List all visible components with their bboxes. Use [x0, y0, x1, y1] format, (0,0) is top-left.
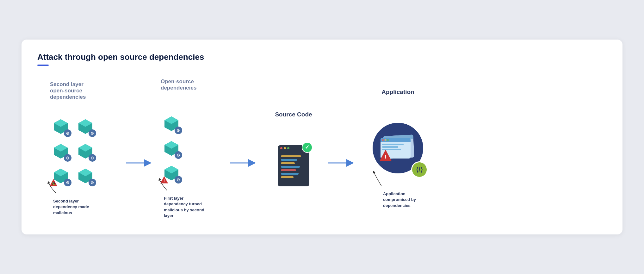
gear-icon-3: ⚙ [64, 154, 71, 162]
code-line-5 [281, 169, 296, 171]
arrow-icon-1 [126, 159, 154, 167]
code-lines [281, 155, 306, 178]
gear-icon-1: ⚙ [64, 129, 71, 137]
arrow-2 [227, 159, 262, 167]
open-source-grid: ⚙ ⚙ ! ⚙ [161, 113, 183, 185]
col-second-layer: Second layer open-source dependencies ⚙ … [40, 81, 123, 216]
cube-pkg-1: ⚙ [50, 115, 71, 137]
window-dots [280, 147, 289, 149]
cube-pkg-2: ⚙ [75, 115, 96, 137]
source-code-visual: ✓ [278, 145, 309, 186]
app-compromised-caption: Application compromised by dependencies [383, 191, 416, 209]
gear-icon-2: ⚙ [89, 129, 96, 137]
code-line-4 [281, 166, 300, 168]
app-bug-icon: ! [379, 149, 392, 162]
cube-os-1: ⚙ [161, 113, 182, 134]
annotation-arrow-app [370, 169, 389, 188]
gear-icon-6: ⚙ [89, 179, 96, 186]
first-layer-caption: First layer dependency turned malicious … [164, 196, 204, 219]
cube-os-2: ⚙ [161, 137, 182, 159]
col-open-source: Open-source dependencies ⚙ ⚙ [158, 78, 227, 219]
check-badge: ✓ [302, 142, 313, 153]
main-card: Attack through open source dependencies … [22, 40, 622, 234]
second-layer-caption-block: Second layer dependency made malicious [50, 193, 89, 216]
code-line-2 [281, 159, 297, 161]
svg-text:!: ! [385, 155, 386, 160]
dot-yellow [284, 147, 286, 149]
code-line-6 [281, 173, 299, 175]
gear-icon-os-2: ⚙ [175, 151, 182, 159]
first-layer-caption-block: First layer dependency turned malicious … [161, 190, 204, 219]
col-source-code: Source Code [262, 111, 325, 186]
cube-pkg-4: ⚙ [75, 140, 96, 162]
col-label-application: Application [381, 89, 414, 114]
gear-icon-os-3: ⚙ [175, 176, 182, 184]
app-caption-block: Application compromised by dependencies [380, 186, 416, 209]
dot-red [280, 147, 282, 149]
code-line-1 [281, 155, 301, 157]
app-gear-badge: ⟨/⟩ [411, 161, 428, 178]
second-layer-grid: ⚙ ⚙ ⚙ ⚙ [50, 115, 97, 188]
col-label-second-layer: Second layer open-source dependencies [50, 81, 86, 107]
title-underline [37, 65, 49, 66]
app-visual: ! ⟨/⟩ [373, 123, 423, 173]
annotation-arrow-second [47, 181, 63, 196]
arrow-icon-2 [230, 159, 259, 167]
cube-pkg-5: ⚙ [75, 165, 96, 186]
col-application: Application [360, 89, 436, 209]
arrow-3 [325, 159, 360, 167]
col-label-source-code: Source Code [275, 111, 312, 136]
diagram: Second layer open-source dependencies ⚙ … [37, 78, 607, 219]
app-browser: ! [381, 135, 415, 161]
dot-green [287, 147, 289, 149]
second-layer-caption: Second layer dependency made malicious [53, 198, 89, 216]
gear-icon-5: ⚙ [64, 179, 71, 186]
arrow-1 [123, 159, 158, 167]
gear-icon-os-1: ⚙ [175, 127, 182, 134]
page-title: Attack through open source dependencies [37, 52, 607, 62]
code-line-3 [281, 162, 295, 164]
code-line-7 [281, 176, 294, 178]
gear-icon-4: ⚙ [89, 154, 96, 162]
col-label-open-source: Open-source dependencies [161, 78, 196, 104]
annotation-arrow-first [158, 178, 174, 194]
cube-pkg-3: ⚙ [50, 140, 71, 162]
arrow-icon-3 [328, 159, 357, 167]
